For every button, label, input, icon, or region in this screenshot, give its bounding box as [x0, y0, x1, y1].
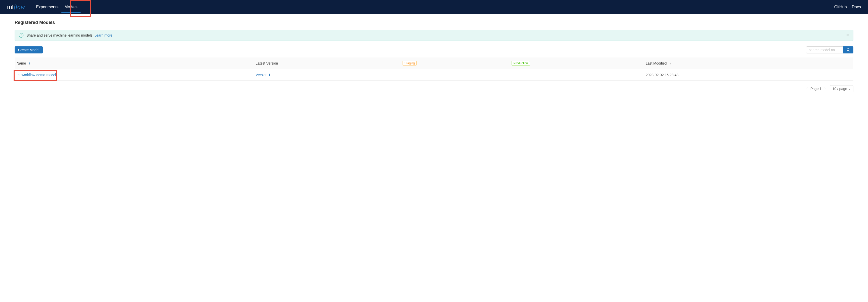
header-name-label: Name — [17, 61, 26, 65]
pagination: 〈 Page 1 〉 10 / page ⌄ — [14, 85, 854, 92]
header-staging: Staging — [401, 57, 509, 69]
search-wrap — [806, 46, 854, 53]
chevron-down-icon: ⌄ — [848, 87, 850, 90]
sort-icon: ▲▼ — [669, 62, 671, 65]
staging-cell: – — [401, 69, 509, 81]
header-latest-version[interactable]: Latest Version — [254, 57, 401, 69]
page-size-select[interactable]: 10 / page ⌄ — [830, 85, 854, 92]
alert-text: Share and serve machine learning models.… — [26, 33, 113, 37]
create-model-button[interactable]: Create Model — [14, 46, 43, 53]
sort-icon: ▲▼ — [28, 62, 30, 65]
search-icon — [846, 48, 850, 52]
nav-models[interactable]: Models — [61, 1, 81, 13]
header-last-modified[interactable]: Last Modified ▲▼ — [644, 57, 854, 69]
search-input[interactable] — [806, 46, 843, 53]
prev-page-icon[interactable]: 〈 — [805, 87, 808, 91]
nav-experiments[interactable]: Experiments — [33, 1, 61, 13]
header-name[interactable]: Name ▲▼ — [14, 57, 254, 69]
header-right: GitHub Docs — [834, 5, 861, 9]
learn-more-link[interactable]: Learn more — [94, 33, 113, 37]
docs-link[interactable]: Docs — [852, 5, 861, 9]
close-icon[interactable]: ✕ — [846, 33, 849, 37]
svg-line-1 — [849, 50, 850, 51]
header-production: Production — [509, 57, 644, 69]
logo-flow: flow — [13, 3, 25, 11]
version-link[interactable]: Version 1 — [256, 73, 270, 77]
header-modified-label: Last Modified — [646, 61, 666, 65]
github-link[interactable]: GitHub — [834, 5, 847, 9]
mlflow-logo[interactable]: mlflow — [7, 3, 25, 11]
modified-cell: 2023-02-02 15:28:43 — [644, 69, 854, 81]
header-left: mlflow Experiments Models — [7, 1, 81, 13]
info-alert: i Share and serve machine learning model… — [14, 30, 854, 41]
page-size-label: 10 / page — [833, 87, 847, 91]
page-content: Registered Models i Share and serve mach… — [0, 14, 868, 97]
production-cell: – — [509, 69, 644, 81]
table-row: ml-workflow-demo-model Version 1 – – 202… — [14, 69, 854, 81]
search-button[interactable] — [843, 46, 854, 53]
next-page-icon[interactable]: 〉 — [824, 87, 827, 91]
model-name-link[interactable]: ml-workflow-demo-model — [17, 73, 56, 77]
page-title: Registered Models — [14, 20, 854, 25]
main-nav: Experiments Models — [33, 1, 81, 13]
info-icon: i — [19, 33, 23, 37]
alert-message: Share and serve machine learning models. — [26, 33, 94, 37]
page-number: Page 1 — [810, 87, 822, 91]
svg-point-0 — [847, 49, 849, 51]
production-badge: Production — [512, 61, 530, 65]
models-table: Name ▲▼ Latest Version Staging Productio… — [14, 57, 854, 81]
staging-badge: Staging — [403, 61, 417, 65]
table-header-row: Name ▲▼ Latest Version Staging Productio… — [14, 57, 854, 69]
toolbar: Create Model — [14, 46, 854, 53]
app-header: mlflow Experiments Models GitHub Docs — [0, 0, 868, 14]
logo-ml: ml — [7, 3, 13, 10]
